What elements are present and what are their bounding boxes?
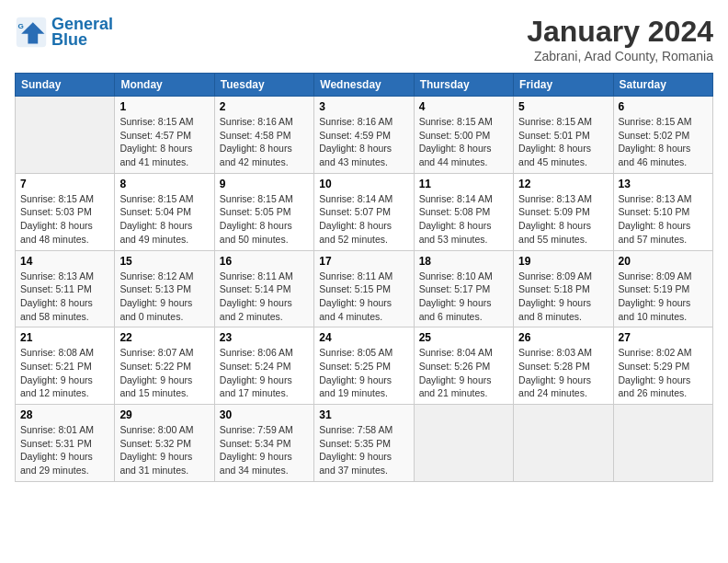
calendar-cell: 10 Sunrise: 8:14 AM Sunset: 5:07 PM Dayl… <box>314 173 414 250</box>
day-number: 26 <box>518 331 608 344</box>
calendar-week-row: 1 Sunrise: 8:15 AM Sunset: 4:57 PM Dayli… <box>16 97 713 174</box>
day-detail: Sunrise: 8:13 AM Sunset: 5:11 PM Dayligh… <box>20 270 109 324</box>
sunrise-label: Sunrise: 7:58 AM <box>319 424 392 435</box>
day-number: 5 <box>518 100 608 113</box>
daylight-label: Daylight: 8 hours and 49 minutes. <box>119 220 192 245</box>
sunset-label: Sunset: 5:09 PM <box>518 206 590 217</box>
day-detail: Sunrise: 8:14 AM Sunset: 5:07 PM Dayligh… <box>319 192 408 247</box>
day-number: 25 <box>419 331 508 344</box>
daylight-label: Daylight: 9 hours and 31 minutes. <box>119 451 192 476</box>
day-number: 14 <box>20 255 109 268</box>
sunset-label: Sunset: 5:14 PM <box>220 283 291 294</box>
sunrise-label: Sunrise: 8:06 AM <box>220 347 293 358</box>
calendar-cell: 19 Sunrise: 8:09 AM Sunset: 5:18 PM Dayl… <box>514 250 613 327</box>
day-detail: Sunrise: 8:13 AM Sunset: 5:10 PM Dayligh… <box>619 192 708 247</box>
calendar-cell: 15 Sunrise: 8:12 AM Sunset: 5:13 PM Dayl… <box>115 250 214 327</box>
day-detail: Sunrise: 8:14 AM Sunset: 5:08 PM Dayligh… <box>419 192 508 247</box>
sunrise-label: Sunrise: 7:59 AM <box>220 424 293 435</box>
sunset-label: Sunset: 5:11 PM <box>20 283 92 294</box>
day-number: 24 <box>319 331 408 344</box>
sunrise-label: Sunrise: 8:10 AM <box>419 270 493 282</box>
title-block: January 2024 Zabrani, Arad County, Roman… <box>527 15 713 63</box>
sunset-label: Sunset: 5:26 PM <box>419 361 491 372</box>
day-detail: Sunrise: 8:03 AM Sunset: 5:28 PM Dayligh… <box>518 346 608 400</box>
sunset-label: Sunset: 5:21 PM <box>20 361 92 372</box>
daylight-label: Daylight: 8 hours and 44 minutes. <box>419 143 492 167</box>
sunset-label: Sunset: 5:34 PM <box>220 438 291 449</box>
daylight-label: Daylight: 8 hours and 46 minutes. <box>619 143 691 167</box>
sunrise-label: Sunrise: 8:00 AM <box>119 424 193 435</box>
daylight-label: Daylight: 9 hours and 8 minutes. <box>518 297 591 322</box>
sunrise-label: Sunrise: 8:15 AM <box>518 116 592 127</box>
calendar-cell: 24 Sunrise: 8:05 AM Sunset: 5:25 PM Dayl… <box>314 327 414 405</box>
calendar-cell: 9 Sunrise: 8:15 AM Sunset: 5:05 PM Dayli… <box>214 173 313 250</box>
sunrise-label: Sunrise: 8:13 AM <box>518 193 592 204</box>
sunset-label: Sunset: 5:04 PM <box>119 206 191 217</box>
day-number: 9 <box>220 178 309 190</box>
col-tuesday: Tuesday <box>214 74 313 97</box>
daylight-label: Daylight: 8 hours and 58 minutes. <box>20 297 93 322</box>
sunrise-label: Sunrise: 8:15 AM <box>419 116 493 127</box>
sunset-label: Sunset: 5:10 PM <box>619 206 690 217</box>
daylight-label: Daylight: 9 hours and 0 minutes. <box>119 297 192 322</box>
day-number: 12 <box>518 178 608 190</box>
calendar-cell: 14 Sunrise: 8:13 AM Sunset: 5:11 PM Dayl… <box>16 250 115 327</box>
sunrise-label: Sunrise: 8:15 AM <box>220 193 293 204</box>
day-detail: Sunrise: 8:02 AM Sunset: 5:29 PM Dayligh… <box>619 346 708 400</box>
daylight-label: Daylight: 9 hours and 24 minutes. <box>518 374 591 399</box>
calendar-cell: 20 Sunrise: 8:09 AM Sunset: 5:19 PM Dayl… <box>613 250 712 327</box>
day-number: 16 <box>220 255 309 268</box>
page-header: G General Blue January 2024 Zabrani, Ara… <box>15 15 713 63</box>
calendar-cell: 25 Sunrise: 8:04 AM Sunset: 5:26 PM Dayl… <box>414 327 513 405</box>
day-number: 17 <box>319 255 408 268</box>
daylight-label: Daylight: 9 hours and 21 minutes. <box>419 374 492 399</box>
col-saturday: Saturday <box>613 74 712 97</box>
day-detail: Sunrise: 7:59 AM Sunset: 5:34 PM Dayligh… <box>220 423 309 477</box>
sunset-label: Sunset: 5:00 PM <box>419 130 491 141</box>
sunset-label: Sunset: 4:59 PM <box>319 130 391 141</box>
sunrise-label: Sunrise: 8:15 AM <box>119 116 193 127</box>
day-detail: Sunrise: 8:09 AM Sunset: 5:18 PM Dayligh… <box>518 270 608 324</box>
day-number: 15 <box>119 255 209 268</box>
calendar-cell: 16 Sunrise: 8:11 AM Sunset: 5:14 PM Dayl… <box>214 250 313 327</box>
calendar-cell: 6 Sunrise: 8:15 AM Sunset: 5:02 PM Dayli… <box>613 97 712 174</box>
sunset-label: Sunset: 5:17 PM <box>419 283 491 294</box>
daylight-label: Daylight: 8 hours and 41 minutes. <box>119 143 192 167</box>
daylight-label: Daylight: 9 hours and 17 minutes. <box>220 374 292 399</box>
sunset-label: Sunset: 5:35 PM <box>319 438 391 449</box>
sunrise-label: Sunrise: 8:09 AM <box>518 270 592 282</box>
svg-text:G: G <box>18 22 24 30</box>
calendar-cell <box>16 97 115 174</box>
sunset-label: Sunset: 4:57 PM <box>119 130 191 141</box>
calendar-cell: 12 Sunrise: 8:13 AM Sunset: 5:09 PM Dayl… <box>514 173 613 250</box>
daylight-label: Daylight: 9 hours and 29 minutes. <box>20 451 93 476</box>
day-detail: Sunrise: 8:15 AM Sunset: 5:01 PM Dayligh… <box>518 115 608 169</box>
day-number: 27 <box>619 331 708 344</box>
day-detail: Sunrise: 8:10 AM Sunset: 5:17 PM Dayligh… <box>419 270 508 324</box>
daylight-label: Daylight: 8 hours and 45 minutes. <box>518 143 591 167</box>
sunset-label: Sunset: 5:28 PM <box>518 361 590 372</box>
daylight-label: Daylight: 9 hours and 26 minutes. <box>619 374 691 399</box>
sunset-label: Sunset: 5:18 PM <box>518 283 590 294</box>
calendar-cell: 3 Sunrise: 8:16 AM Sunset: 4:59 PM Dayli… <box>314 97 414 174</box>
day-number: 8 <box>119 178 209 190</box>
calendar-table: Sunday Monday Tuesday Wednesday Thursday… <box>15 73 713 482</box>
day-detail: Sunrise: 8:08 AM Sunset: 5:21 PM Dayligh… <box>20 346 109 400</box>
day-number: 4 <box>419 100 508 113</box>
day-detail: Sunrise: 8:15 AM Sunset: 5:04 PM Dayligh… <box>119 192 209 247</box>
calendar-cell: 29 Sunrise: 8:00 AM Sunset: 5:32 PM Dayl… <box>115 405 214 482</box>
daylight-label: Daylight: 9 hours and 19 minutes. <box>319 374 392 399</box>
calendar-week-row: 21 Sunrise: 8:08 AM Sunset: 5:21 PM Dayl… <box>16 327 713 405</box>
logo-text: General Blue <box>51 15 113 50</box>
calendar-cell: 21 Sunrise: 8:08 AM Sunset: 5:21 PM Dayl… <box>16 327 115 405</box>
sunset-label: Sunset: 5:29 PM <box>619 361 690 372</box>
day-number: 13 <box>619 178 708 190</box>
sunrise-label: Sunrise: 8:13 AM <box>20 270 94 282</box>
sunrise-label: Sunrise: 8:09 AM <box>619 270 692 282</box>
daylight-label: Daylight: 9 hours and 34 minutes. <box>220 451 292 476</box>
day-number: 30 <box>220 408 309 421</box>
sunrise-label: Sunrise: 8:15 AM <box>20 193 94 204</box>
daylight-label: Daylight: 8 hours and 53 minutes. <box>419 220 492 245</box>
day-number: 23 <box>220 331 309 344</box>
calendar-cell <box>613 405 712 482</box>
